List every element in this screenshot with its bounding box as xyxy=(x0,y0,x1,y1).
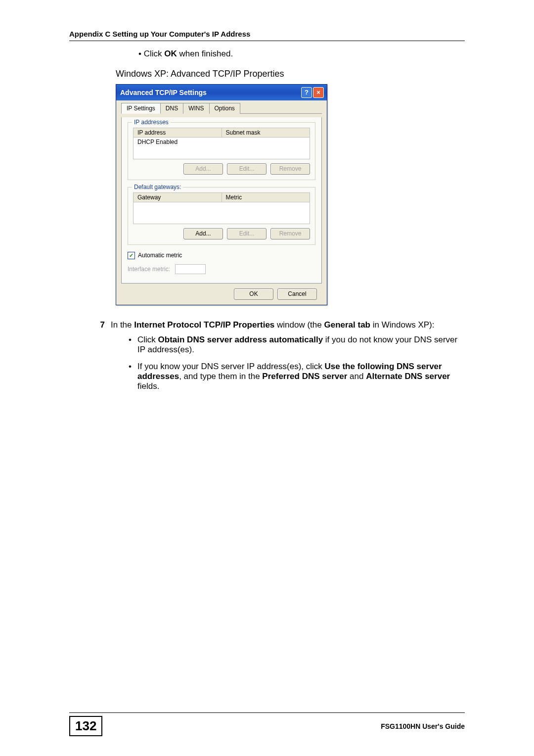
col-ip-address: IP address xyxy=(134,128,222,137)
col-metric: Metric xyxy=(222,193,310,202)
tab-wins[interactable]: WINS xyxy=(183,103,209,114)
col-subnet-mask: Subnet mask xyxy=(222,128,310,137)
ip-addresses-group: IP addresses IP address Subnet mask DHCP… xyxy=(128,122,315,180)
sub-bullet-2: If you know your DNS server IP address(e… xyxy=(129,362,465,391)
add-ip-button[interactable]: Add... xyxy=(183,163,223,175)
help-icon[interactable]: ? xyxy=(301,87,312,98)
remove-gateway-button[interactable]: Remove xyxy=(270,228,310,239)
gateways-list[interactable]: Gateway Metric xyxy=(133,192,310,224)
cancel-button[interactable]: Cancel xyxy=(277,288,317,300)
ip-addresses-legend: IP addresses xyxy=(132,119,171,126)
interface-metric-label: Interface metric: xyxy=(128,266,170,273)
gateways-legend: Default gateways: xyxy=(132,184,183,190)
ip-addresses-list[interactable]: IP address Subnet mask DHCP Enabled xyxy=(133,128,310,159)
edit-ip-button[interactable]: Edit... xyxy=(227,163,267,175)
tab-dns[interactable]: DNS xyxy=(160,103,183,114)
default-gateways-group: Default gateways: Gateway Metric Add... … xyxy=(128,187,315,245)
automatic-metric-checkbox[interactable]: ✓ xyxy=(128,252,135,259)
intro-bullet: Click OK when finished. xyxy=(138,48,465,60)
dialog-tabs: IP Settings DNS WINS Options xyxy=(121,102,322,114)
step-7: 7 In the Internet Protocol TCP/IP Proper… xyxy=(99,320,465,330)
dialog-title: Advanced TCP/IP Settings xyxy=(120,89,207,96)
tab-options[interactable]: Options xyxy=(209,103,240,114)
interface-metric-input xyxy=(175,264,206,274)
list-item[interactable]: DHCP Enabled xyxy=(134,138,310,146)
figure-caption: Windows XP: Advanced TCP/IP Properties xyxy=(116,69,465,79)
close-icon[interactable]: × xyxy=(313,87,324,98)
automatic-metric-label: Automatic metric xyxy=(138,252,182,259)
edit-gateway-button[interactable]: Edit... xyxy=(227,228,267,239)
dialog-titlebar[interactable]: Advanced TCP/IP Settings ? × xyxy=(116,85,327,100)
add-gateway-button[interactable]: Add... xyxy=(183,228,223,239)
advanced-tcpip-dialog: Advanced TCP/IP Settings ? × IP Settings… xyxy=(116,84,327,305)
ok-button[interactable]: OK xyxy=(234,288,273,300)
footer-guide-name: FSG1100HN User's Guide xyxy=(381,722,465,730)
col-gateway: Gateway xyxy=(134,193,222,202)
page-header: Appendix C Setting up Your Computer's IP… xyxy=(69,30,250,38)
tab-ip-settings[interactable]: IP Settings xyxy=(121,103,161,114)
sub-bullet-1: Click Obtain DNS server address automati… xyxy=(129,335,465,355)
remove-ip-button[interactable]: Remove xyxy=(270,163,310,175)
page-number: 132 xyxy=(69,716,102,736)
